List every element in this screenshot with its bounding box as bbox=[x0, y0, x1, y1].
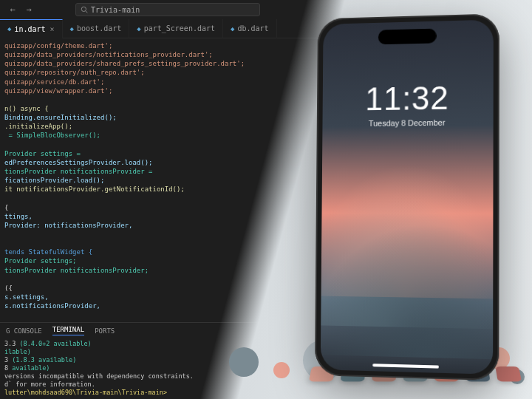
terminal-output[interactable]: 3.3 (8.4.0+2 available) ilable) 3 (1.8.3… bbox=[0, 338, 532, 399]
dart-file-icon: ◆ bbox=[231, 25, 234, 33]
dart-file-icon: ◆ bbox=[70, 25, 74, 33]
title-bar: ← → Trivia-main bbox=[0, 0, 532, 19]
tab-label: in.dart bbox=[14, 25, 45, 33]
tab-part-screen-dart[interactable]: ◆ part_Screen.dart bbox=[129, 19, 223, 38]
nav-back-icon[interactable]: ← bbox=[6, 4, 19, 15]
panel-tabs: G CONSOLE TERMINAL PORTS bbox=[0, 322, 532, 338]
dart-file-icon: ◆ bbox=[137, 25, 140, 33]
nav-forward-icon[interactable]: → bbox=[22, 4, 35, 15]
close-icon[interactable]: × bbox=[50, 25, 55, 33]
editor-window: ← → Trivia-main ◆ in.dart × ◆ boost.dart… bbox=[0, 0, 532, 399]
tab-db-dart[interactable]: ◆ db.dart bbox=[223, 19, 277, 38]
tab-label: boost.dart bbox=[77, 24, 121, 33]
panel-tab-ports[interactable]: PORTS bbox=[95, 327, 115, 335]
tab-main-dart[interactable]: ◆ in.dart × bbox=[0, 19, 63, 38]
code-editor[interactable]: quizapp/config/theme.dart'; quizapp/data… bbox=[0, 38, 532, 322]
command-center-search[interactable]: Trivia-main bbox=[75, 3, 260, 16]
tab-label: db.dart bbox=[237, 24, 268, 33]
editor-tabs: ◆ in.dart × ◆ boost.dart ◆ part_Screen.d… bbox=[0, 19, 532, 38]
svg-line-1 bbox=[86, 11, 88, 13]
panel-tab-console[interactable]: G CONSOLE bbox=[6, 327, 42, 335]
panel-tab-terminal[interactable]: TERMINAL bbox=[52, 326, 84, 335]
tab-boost-dart[interactable]: ◆ boost.dart bbox=[63, 19, 130, 38]
search-icon bbox=[81, 6, 88, 13]
svg-point-0 bbox=[81, 7, 86, 11]
search-placeholder: Trivia-main bbox=[91, 6, 140, 14]
tab-label: part_Screen.dart bbox=[144, 24, 215, 33]
dart-file-icon: ◆ bbox=[7, 25, 11, 33]
